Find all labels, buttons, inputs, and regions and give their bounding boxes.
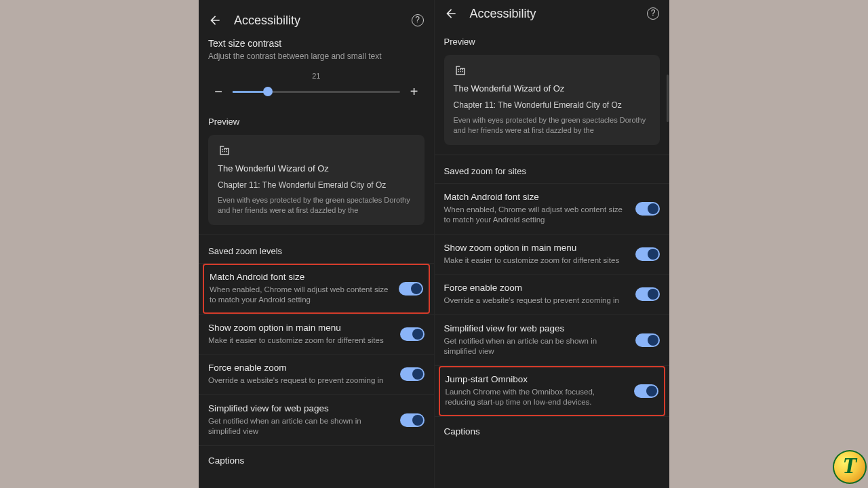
text-size-contrast: Text size contrast Adjust the contrast b… bbox=[199, 38, 434, 108]
row-subtitle: Get notified when an article can be show… bbox=[444, 336, 628, 357]
preview-label: Preview bbox=[435, 28, 670, 51]
saved-zoom-label[interactable]: Saved zoom for sites bbox=[435, 155, 670, 183]
preview-chapter: Chapter 11: The Wonderful Emerald City o… bbox=[218, 180, 415, 190]
preview-card: The Wonderful Wizard of Oz Chapter 11: T… bbox=[444, 55, 660, 145]
toggle[interactable] bbox=[400, 327, 425, 341]
back-button[interactable] bbox=[443, 5, 459, 22]
scrollbar[interactable] bbox=[667, 75, 669, 122]
help-icon: ? bbox=[412, 14, 424, 26]
row-subtitle: Launch Chrome with the Omnibox focused, … bbox=[446, 387, 627, 408]
arrow-left-icon bbox=[444, 7, 458, 20]
row-subtitle: Get notified when an article can be show… bbox=[208, 416, 392, 437]
preview-chapter: Chapter 11: The Wonderful Emerald City o… bbox=[454, 100, 651, 110]
setting-show-zoom-option[interactable]: Show zoom option in main menu Make it ea… bbox=[199, 314, 434, 354]
row-title: Match Android font size bbox=[210, 272, 391, 282]
setting-match-android-font-size[interactable]: Match Android font size When enabled, Ch… bbox=[435, 184, 670, 234]
toggle[interactable] bbox=[635, 247, 660, 261]
toggle[interactable] bbox=[400, 367, 425, 381]
setting-captions[interactable]: Captions bbox=[435, 417, 670, 446]
preview-title: The Wonderful Wizard of Oz bbox=[454, 83, 651, 94]
preview-card: The Wonderful Wizard of Oz Chapter 11: T… bbox=[208, 135, 425, 225]
toggle[interactable] bbox=[635, 333, 660, 347]
increase-button[interactable]: + bbox=[407, 84, 422, 99]
help-button[interactable]: ? bbox=[410, 12, 426, 28]
preview-title: The Wonderful Wizard of Oz bbox=[218, 163, 415, 174]
header: Accessibility ? bbox=[199, 9, 434, 35]
row-title: Simplified view for web pages bbox=[208, 403, 392, 413]
toggle[interactable] bbox=[634, 384, 658, 398]
row-subtitle: When enabled, Chrome will adjust web con… bbox=[210, 285, 391, 306]
setting-jump-start-omnibox[interactable]: Jump-start Omnibox Launch Chrome with th… bbox=[439, 366, 666, 416]
phone-left: Accessibility ? Text size contrast Adjus… bbox=[199, 0, 435, 488]
preview-label: Preview bbox=[199, 108, 434, 131]
business-icon bbox=[218, 144, 231, 157]
row-subtitle: Override a website's request to prevent … bbox=[208, 375, 392, 386]
row-title: Show zoom option in main menu bbox=[208, 323, 392, 333]
row-subtitle: Make it easier to customize zoom for dif… bbox=[208, 336, 392, 346]
help-icon: ? bbox=[647, 7, 659, 20]
header: Accessibility ? bbox=[435, 3, 670, 28]
phone-right: Accessibility ? Preview The Wonderful Wi… bbox=[435, 0, 670, 488]
back-button[interactable] bbox=[207, 12, 223, 28]
preview-body: Even with eyes protected by the green sp… bbox=[218, 195, 415, 216]
contrast-slider: − + bbox=[211, 84, 422, 99]
watermark-logo: T bbox=[833, 450, 867, 484]
row-title: Match Android font size bbox=[444, 192, 628, 202]
toggle[interactable] bbox=[399, 282, 423, 296]
row-subtitle: Override a website's request to prevent … bbox=[444, 296, 628, 306]
row-subtitle: When enabled, Chrome will adjust web con… bbox=[444, 205, 628, 226]
watermark-letter: T bbox=[843, 453, 857, 479]
toggle[interactable] bbox=[635, 287, 660, 301]
page-title: Accessibility bbox=[234, 14, 410, 28]
row-title: Simplified view for web pages bbox=[444, 323, 628, 333]
setting-simplified-view[interactable]: Simplified view for web pages Get notifi… bbox=[435, 315, 670, 365]
row-title: Show zoom option in main menu bbox=[444, 243, 628, 253]
row-title: Force enable zoom bbox=[208, 363, 392, 373]
stage: Accessibility ? Text size contrast Adjus… bbox=[199, 0, 669, 488]
setting-captions[interactable]: Captions bbox=[199, 446, 434, 475]
setting-simplified-view[interactable]: Simplified view for web pages Get notifi… bbox=[199, 395, 434, 445]
contrast-subtitle: Adjust the contrast between large and sm… bbox=[208, 52, 425, 61]
setting-match-android-font-size[interactable]: Match Android font size When enabled, Ch… bbox=[203, 264, 430, 314]
slider-track[interactable] bbox=[233, 91, 400, 93]
business-icon bbox=[454, 64, 467, 77]
contrast-title: Text size contrast bbox=[208, 38, 425, 49]
toggle[interactable] bbox=[400, 413, 425, 427]
setting-show-zoom-option[interactable]: Show zoom option in main menu Make it ea… bbox=[435, 235, 670, 274]
saved-zoom-label[interactable]: Saved zoom levels bbox=[199, 235, 434, 263]
contrast-value: 21 bbox=[208, 72, 425, 80]
page-title: Accessibility bbox=[470, 7, 646, 21]
row-subtitle: Make it easier to customize zoom for dif… bbox=[444, 256, 628, 266]
help-button[interactable]: ? bbox=[645, 5, 661, 22]
slider-thumb[interactable] bbox=[263, 87, 273, 96]
setting-force-enable-zoom[interactable]: Force enable zoom Override a website's r… bbox=[435, 274, 670, 314]
setting-force-enable-zoom[interactable]: Force enable zoom Override a website's r… bbox=[199, 354, 434, 394]
arrow-left-icon bbox=[208, 14, 222, 27]
toggle[interactable] bbox=[635, 202, 660, 216]
row-title: Jump-start Omnibox bbox=[446, 374, 627, 384]
row-title: Force enable zoom bbox=[444, 283, 628, 293]
decrease-button[interactable]: − bbox=[211, 84, 226, 99]
preview-body: Even with eyes protected by the green sp… bbox=[454, 115, 651, 136]
